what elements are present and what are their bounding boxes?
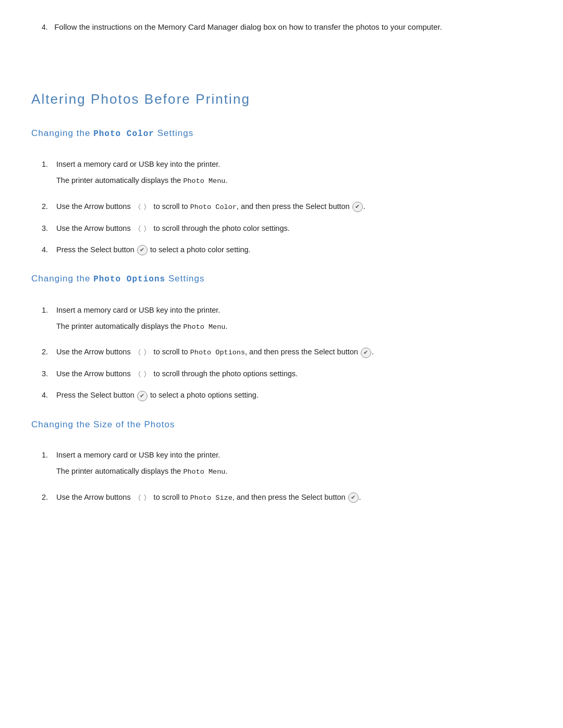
opt-step-1-main: Insert a memory card or USB key into the… [56, 306, 220, 314]
step-3-main: Use the Arrow buttons 〈 〉 to scroll thro… [56, 224, 290, 232]
opt-step-2-main: Use the Arrow buttons 〈 〉 to scroll to P… [56, 348, 374, 356]
opt-step-1-num: 1. [42, 304, 52, 316]
step-2-num: 2. [42, 201, 52, 213]
size-step-1-content: Insert a memory card or USB key into the… [56, 449, 532, 482]
step-1-content: Insert a memory card or USB key into the… [56, 158, 532, 191]
size-step-2-num: 2. [42, 491, 52, 503]
step-1: 1. Insert a memory card or USB key into … [42, 158, 532, 191]
arrow-buttons-icon: 〈 〉 [134, 201, 151, 213]
section-title: Altering Photos Before Printing [31, 89, 532, 110]
select-button-icon [348, 492, 359, 503]
subsection-photo-color-title: Changing the Photo Color Settings [31, 126, 532, 141]
subsection-photo-options-title-before: Changing the [31, 274, 93, 283]
step-3-content: Use the Arrow buttons 〈 〉 to scroll thro… [56, 223, 532, 235]
step-2-code: Photo Color [190, 203, 237, 211]
step-1-num: 1. [42, 158, 52, 170]
subsection-photo-size: Changing the Size of the Photos 1. Inser… [31, 417, 532, 504]
opt-step-3-content: Use the Arrow buttons 〈 〉 to scroll thro… [56, 368, 532, 380]
size-step-2-main: Use the Arrow buttons 〈 〉 to scroll to P… [56, 493, 361, 501]
opt-step-3: 3. Use the Arrow buttons 〈 〉 to scroll t… [42, 368, 532, 380]
select-button-icon [137, 391, 148, 401]
subsection-photo-options-title: Changing the Photo Options Settings [31, 272, 532, 287]
step-3: 3. Use the Arrow buttons 〈 〉 to scroll t… [42, 223, 532, 235]
opt-step-1-content: Insert a memory card or USB key into the… [56, 304, 532, 337]
opt-step-3-main: Use the Arrow buttons 〈 〉 to scroll thro… [56, 369, 298, 378]
size-step-1-note: The printer automatically displays the P… [56, 465, 532, 478]
subsection-photo-size-title: Changing the Size of the Photos [31, 417, 532, 431]
opt-step-1-note: The printer automatically displays the P… [56, 320, 532, 333]
select-button-icon [352, 202, 363, 212]
opt-step-2-num: 2. [42, 346, 52, 358]
step-1-main: Insert a memory card or USB key into the… [56, 160, 220, 168]
step-4-content: Press the Select button to select a phot… [56, 244, 532, 256]
select-button-icon [137, 245, 148, 255]
arrow-buttons-icon: 〈 〉 [134, 223, 151, 235]
step-1-note: The printer automatically displays the P… [56, 175, 532, 187]
photo-color-steps: 1. Insert a memory card or USB key into … [42, 158, 532, 256]
step-4-main: Press the Select button to select a phot… [56, 245, 251, 254]
intro-item-4: 4. Follow the instructions on the Memory… [31, 21, 532, 33]
opt-step-3-num: 3. [42, 368, 52, 380]
opt-step-2: 2. Use the Arrow buttons 〈 〉 to scroll t… [42, 346, 532, 359]
opt-step-2-content: Use the Arrow buttons 〈 〉 to scroll to P… [56, 346, 532, 359]
arrow-buttons-icon: 〈 〉 [134, 492, 151, 503]
size-step-1-num: 1. [42, 449, 52, 461]
photo-size-steps: 1. Insert a memory card or USB key into … [42, 449, 532, 503]
step-2-main: Use the Arrow buttons 〈 〉 to scroll to P… [56, 202, 365, 211]
intro-item-4-text: Follow the instructions on the Memory Ca… [54, 22, 442, 31]
step-4: 4. Press the Select button to select a p… [42, 244, 532, 256]
step-1-code: Photo Menu [183, 177, 225, 185]
step-3-num: 3. [42, 223, 52, 235]
opt-step-1: 1. Insert a memory card or USB key into … [42, 304, 532, 337]
opt-step-4-num: 4. [42, 389, 52, 401]
opt-step-2-code: Photo Options [190, 349, 245, 356]
step-4-num: 4. [42, 244, 52, 256]
arrow-buttons-icon: 〈 〉 [134, 368, 151, 380]
subsection-photo-color-title-after: Settings [157, 128, 194, 138]
opt-step-4: 4. Press the Select button to select a p… [42, 389, 532, 401]
opt-step-4-main: Press the Select button to select a phot… [56, 391, 259, 399]
subsection-photo-color-title-code: Photo Color [93, 129, 154, 139]
size-step-2-content: Use the Arrow buttons 〈 〉 to scroll to P… [56, 491, 532, 504]
size-step-2-code: Photo Size [190, 494, 232, 502]
subsection-photo-options-title-code: Photo Options [93, 275, 165, 284]
size-step-1: 1. Insert a memory card or USB key into … [42, 449, 532, 482]
size-step-1-code: Photo Menu [183, 468, 225, 476]
intro-item-4-number: 4. [42, 23, 48, 31]
arrow-buttons-icon: 〈 〉 [134, 347, 151, 358]
size-step-2: 2. Use the Arrow buttons 〈 〉 to scroll t… [42, 491, 532, 504]
subsection-photo-color-title-before: Changing the [31, 128, 93, 138]
subsection-photo-color: Changing the Photo Color Settings 1. Ins… [31, 126, 532, 256]
opt-step-4-content: Press the Select button to select a phot… [56, 389, 532, 401]
photo-options-steps: 1. Insert a memory card or USB key into … [42, 304, 532, 402]
page-content: 4. Follow the instructions on the Memory… [31, 21, 532, 503]
step-2: 2. Use the Arrow buttons 〈 〉 to scroll t… [42, 201, 532, 213]
select-button-icon [361, 348, 371, 358]
subsection-photo-options-title-after: Settings [168, 274, 205, 283]
subsection-photo-size-title-text: Changing the Size of the Photos [31, 419, 175, 429]
opt-step-1-code: Photo Menu [183, 323, 225, 331]
step-2-content: Use the Arrow buttons 〈 〉 to scroll to P… [56, 201, 532, 213]
size-step-1-main: Insert a memory card or USB key into the… [56, 451, 220, 459]
subsection-photo-options: Changing the Photo Options Settings 1. I… [31, 272, 532, 402]
